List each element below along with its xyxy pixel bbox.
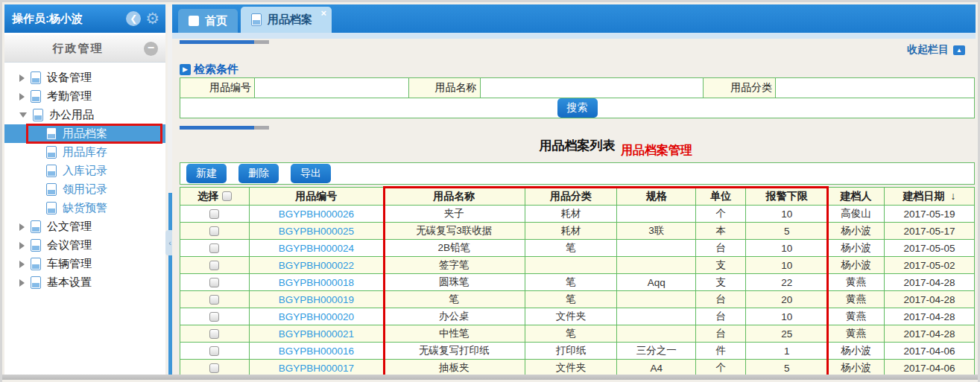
column-header-用品名称[interactable]: 用品名称 [383, 188, 525, 206]
column-header-用品分类[interactable]: 用品分类 [525, 188, 617, 206]
tab-用品档案[interactable]: 用品档案× [241, 7, 332, 33]
home-square-icon [189, 16, 199, 26]
column-header-报警下限[interactable]: 报警下限 [746, 188, 828, 206]
item-code-link[interactable]: BGYPBH000017 [279, 363, 354, 374]
sidebar-item-公文管理[interactable]: 公文管理 [4, 217, 165, 236]
document-icon [31, 220, 41, 233]
row-checkbox[interactable] [209, 243, 219, 253]
sidebar-item-基本设置[interactable]: 基本设置 [4, 273, 165, 292]
chevron-right-icon[interactable] [19, 223, 25, 231]
tab-首页[interactable]: 首页 [178, 9, 238, 33]
cell-spec: 三分之一 [617, 343, 696, 360]
item-code-link[interactable]: BGYPBH000026 [279, 208, 354, 220]
sidebar-item-用品档案[interactable]: 用品档案 [4, 124, 165, 143]
cell-category: 文件夹 [525, 308, 617, 325]
cell-select [180, 223, 250, 240]
cell-unit: 台 [696, 291, 746, 308]
document-icon [46, 146, 57, 159]
sidebar-item-办公用品[interactable]: 办公用品 [4, 106, 165, 124]
chevron-right-icon[interactable] [19, 74, 25, 82]
cell-spec [617, 257, 696, 274]
row-checkbox[interactable] [209, 346, 219, 356]
chevron-right-icon[interactable] [19, 261, 25, 268]
search-field-label: 用品编号 [180, 78, 255, 98]
search-button[interactable]: 搜索 [557, 98, 598, 118]
cell-limit: 10 [746, 257, 828, 274]
column-header-单位[interactable]: 单位 [696, 188, 746, 206]
cell-creator: 黄燕 [828, 308, 885, 325]
cell-name: 无碳复写3联收据 [383, 223, 525, 240]
sidebar-item-考勤管理[interactable]: 考勤管理 [4, 87, 165, 106]
collapse-up-icon[interactable]: ▲ [953, 45, 965, 55]
sidebar-item-用品库存[interactable]: 用品库存 [4, 143, 165, 162]
table-row: BGYPBH000020办公桌文件夹台10黄燕2017-04-28 [180, 308, 975, 325]
close-icon[interactable]: × [320, 7, 326, 19]
chevron-down-icon[interactable] [19, 112, 27, 118]
column-header-用品编号[interactable]: 用品编号 [249, 188, 383, 206]
collapse-columns-link[interactable]: 收起栏目 ▲ [907, 43, 965, 57]
document-icon [251, 13, 262, 26]
sidebar-item-会议管理[interactable]: 会议管理 [4, 236, 165, 255]
row-checkbox[interactable] [209, 329, 219, 339]
app-window: 操作员:杨小波 ❮ ⚙ 行政管理 − 设备管理考勤管理办公用品用品档案用品库存入… [0, 0, 980, 382]
sidebar-item-领用记录[interactable]: 领用记录 [4, 180, 165, 199]
chevron-right-icon[interactable] [19, 279, 25, 287]
sidebar-item-label: 用品库存 [63, 145, 107, 159]
column-header-建档人[interactable]: 建档人 [828, 188, 885, 206]
document-icon [31, 258, 41, 270]
search-input-用品名称[interactable] [481, 79, 704, 97]
sidebar-item-入库记录[interactable]: 入库记录 [4, 162, 165, 180]
chevron-right-icon[interactable] [19, 93, 25, 101]
新建-button[interactable]: 新建 [186, 164, 227, 183]
cell-spec: Aqq [617, 274, 696, 291]
column-header-建档日期[interactable]: 建档日期 ↓ [885, 188, 975, 206]
sort-desc-icon[interactable]: ↓ [948, 190, 956, 202]
list-title: 用品档案列表 [540, 139, 616, 153]
document-icon [46, 127, 57, 140]
gear-icon[interactable]: ⚙ [145, 11, 159, 26]
select-all-checkbox[interactable] [222, 191, 232, 201]
cell-category: 笔 [525, 240, 617, 257]
cell-limit: 22 [746, 274, 828, 291]
sidebar-item-label: 设备管理 [47, 71, 92, 85]
sidebar-item-label: 基本设置 [47, 276, 92, 290]
column-header-规格[interactable]: 规格 [617, 188, 696, 206]
cell-creator: 黄燕 [828, 274, 885, 291]
cell-select [180, 308, 250, 325]
document-icon [33, 109, 43, 121]
cell-unit: 台 [696, 325, 746, 343]
item-code-link[interactable]: BGYPBH000025 [279, 226, 354, 237]
row-checkbox[interactable] [209, 209, 219, 219]
search-input-用品编号[interactable] [255, 79, 408, 97]
row-checkbox[interactable] [209, 261, 219, 270]
back-icon[interactable]: ❮ [126, 11, 141, 26]
column-header-选择[interactable]: 选择 [180, 188, 250, 206]
row-checkbox[interactable] [209, 226, 219, 236]
item-code-link[interactable]: BGYPBH000019 [279, 294, 354, 305]
toolbar: 新建删除导出 [180, 162, 975, 185]
search-input-用品分类[interactable] [776, 79, 974, 97]
row-checkbox[interactable] [209, 312, 219, 322]
row-checkbox[interactable] [209, 278, 219, 287]
删除-button[interactable]: 删除 [238, 164, 279, 183]
cell-spec [617, 308, 696, 325]
item-code-link[interactable]: BGYPBH000018 [279, 277, 354, 288]
search-section-title: ▶ 检索条件 [180, 63, 238, 77]
cell-spec [617, 240, 696, 257]
row-checkbox[interactable] [209, 363, 219, 373]
chevron-right-icon[interactable] [19, 242, 25, 249]
sidebar-item-设备管理[interactable]: 设备管理 [4, 69, 165, 87]
cell-select [180, 274, 250, 291]
sidebar-item-缺货预警[interactable]: 缺货预警 [4, 199, 165, 217]
item-code-link[interactable]: BGYPBH000021 [279, 328, 354, 340]
cell-date: 2017-04-28 [885, 325, 975, 343]
item-code-link[interactable]: BGYPBH000016 [279, 346, 354, 357]
row-checkbox[interactable] [209, 295, 219, 305]
导出-button[interactable]: 导出 [291, 164, 331, 183]
item-code-link[interactable]: BGYPBH000024 [279, 243, 354, 254]
sidebar-item-车辆管理[interactable]: 车辆管理 [4, 255, 165, 273]
collapse-panel-icon[interactable]: − [144, 42, 158, 56]
item-code-link[interactable]: BGYPBH000022 [279, 260, 354, 271]
item-code-link[interactable]: BGYPBH000020 [279, 311, 354, 322]
section-arrow-icon: ▶ [180, 64, 191, 75]
